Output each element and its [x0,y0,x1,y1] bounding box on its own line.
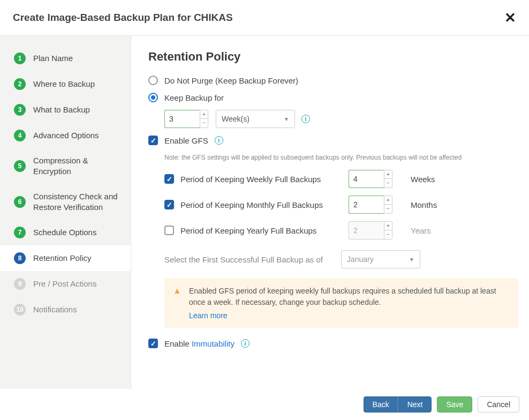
sidebar-step-plan-name[interactable]: 1Plan Name [0,46,131,71]
back-button[interactable]: Back [364,396,398,412]
spinner-up-icon[interactable]: + [384,196,392,205]
spinner-down-icon: − [384,230,392,239]
step-number: 10 [14,304,26,316]
gfs-weekly-input[interactable] [349,170,384,188]
gfs-yearly-input [349,221,384,239]
gfs-monthly-unit: Months [411,200,437,209]
gfs-weekly-spinner[interactable]: +− [349,170,392,188]
main-panel: Retention Policy Do Not Purge (Keep Back… [131,36,529,389]
warning-alert: ▲ Enabled GFS period of keeping weekly f… [164,278,518,328]
step-label: Plan Name [33,53,73,64]
alert-text: Enabled GFS period of keeping weekly ful… [189,286,509,308]
keep-for-input[interactable] [164,110,200,128]
gfs-monthly-spinner[interactable]: +− [349,196,392,214]
step-label: Notifications [33,304,77,315]
checkbox-enable-immutability[interactable] [148,339,158,348]
checkbox-enable-gfs[interactable] [148,136,158,145]
gfs-note: Note: the GFS settings will be applied t… [164,153,518,162]
step-label: Retention Policy [33,253,91,264]
checkbox-gfs-monthly[interactable] [164,200,174,209]
close-icon[interactable]: ✕ [504,11,516,25]
gfs-yearly-spinner: +− [349,221,392,239]
gfs-weekly-unit: Weeks [411,175,435,184]
page-heading: Retention Policy [148,50,518,64]
spinner-down-icon[interactable]: − [384,205,392,213]
gfs-yearly-unit: Years [411,226,431,235]
select-value: Week(s) [222,115,250,123]
enable-immutability-label: Enable Immutability [164,339,235,348]
step-label: What to Backup [33,104,90,115]
warning-icon: ▲ [173,286,182,296]
sidebar-step-schedule[interactable]: 7Schedule Options [0,220,131,245]
checkbox-gfs-yearly[interactable] [164,226,174,235]
cancel-button[interactable]: Cancel [478,396,519,412]
sidebar-step-prepost[interactable]: 9Pre / Post Actions [0,271,131,297]
first-backup-select[interactable]: January ▼ [341,250,420,268]
gfs-monthly-input[interactable] [349,196,384,214]
gfs-monthly-label: Period of Keeping Monthly Full Backups [180,200,349,209]
chevron-down-icon: ▼ [409,257,414,262]
step-number: 2 [14,78,26,90]
sidebar-step-where-to-backup[interactable]: 2Where to Backup [0,71,131,97]
sidebar-step-advanced-options[interactable]: 4Advanced Options [0,123,131,148]
keep-for-spinner[interactable]: +− [164,110,208,128]
sidebar-step-notifications[interactable]: 10Notifications [0,297,131,322]
radio-label-do-not-purge: Do Not Purge (Keep Backup Forever) [164,76,298,85]
step-number: 4 [14,130,26,141]
gfs-weekly-label: Period of Keeping Weekly Full Backups [180,175,349,184]
step-number: 3 [14,104,26,116]
dialog-title: Create Image-Based Backup Plan for CHIKA… [13,12,233,24]
step-number: 9 [14,278,26,290]
step-number: 6 [14,196,26,208]
footer: Back Next Save Cancel [0,389,529,420]
step-number: 5 [14,160,26,172]
first-backup-label: Select the First Successful Full Backup … [164,255,323,264]
radio-keep-backup-for[interactable] [148,93,158,102]
step-number: 8 [14,252,26,264]
immutability-link[interactable]: Immutability [192,339,235,348]
spinner-up-icon: + [384,222,392,230]
wizard-sidebar: 1Plan Name 2Where to Backup 3What to Bac… [0,36,131,389]
info-icon[interactable]: i [301,115,310,123]
spinner-up-icon[interactable]: + [384,170,392,179]
step-number: 1 [14,52,26,64]
spinner-down-icon[interactable]: − [384,179,392,188]
chevron-down-icon: ▼ [284,116,289,122]
enable-gfs-label: Enable GFS [164,136,208,145]
step-label: Schedule Options [33,227,96,238]
sidebar-step-what-to-backup[interactable]: 3What to Backup [0,97,131,123]
info-icon[interactable]: i [215,136,223,145]
spinner-down-icon[interactable]: − [200,119,208,128]
step-label: Consistency Check and Restore Verificati… [33,191,120,213]
next-button[interactable]: Next [398,396,432,412]
gfs-yearly-label: Period of Keeping Yearly Full Backups [180,226,349,235]
select-value: January [347,255,374,264]
radio-do-not-purge[interactable] [148,76,158,85]
spinner-up-icon[interactable]: + [200,110,208,119]
sidebar-step-retention[interactable]: 8Retention Policy [0,245,131,271]
learn-more-link[interactable]: Learn more [189,311,228,320]
enable-immutability-prefix: Enable [164,339,192,348]
info-icon[interactable]: i [241,339,250,348]
sidebar-step-compression[interactable]: 5Compression & Encryption [0,148,131,184]
step-label: Pre / Post Actions [33,279,96,289]
checkbox-gfs-weekly[interactable] [164,174,174,184]
radio-label-keep-for: Keep Backup for [164,93,224,102]
step-label: Where to Backup [33,79,95,89]
keep-for-unit-select[interactable]: Week(s) ▼ [216,110,295,128]
step-label: Advanced Options [33,130,99,141]
step-label: Compression & Encryption [33,155,120,177]
step-number: 7 [14,227,26,238]
save-button[interactable]: Save [437,396,472,412]
sidebar-step-consistency[interactable]: 6Consistency Check and Restore Verificat… [0,184,131,220]
